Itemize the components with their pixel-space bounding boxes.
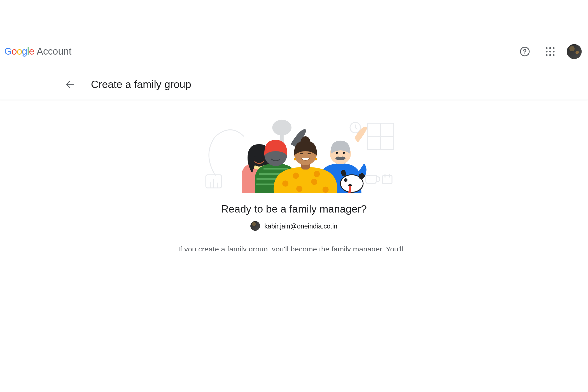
sub-header: Create a family group — [0, 69, 588, 100]
svg-rect-8 — [382, 176, 392, 183]
svg-rect-14 — [254, 157, 256, 158]
user-avatar-small — [250, 221, 260, 231]
back-button[interactable] — [61, 76, 78, 93]
svg-point-27 — [282, 181, 288, 187]
user-email: kabir.jain@oneindia.co.in — [264, 222, 337, 230]
account-avatar[interactable] — [567, 44, 582, 59]
apps-icon[interactable] — [542, 43, 559, 60]
svg-point-29 — [311, 179, 317, 185]
svg-point-31 — [293, 172, 299, 179]
content-headline: Ready to be a family manager? — [178, 203, 410, 215]
content-body-text: If you create a family group, you'll bec… — [178, 244, 410, 251]
svg-rect-15 — [262, 157, 264, 158]
svg-point-32 — [314, 171, 320, 177]
svg-point-28 — [296, 186, 302, 192]
svg-point-37 — [314, 158, 317, 160]
svg-rect-38 — [300, 153, 303, 154]
family-illustration — [178, 110, 410, 193]
svg-point-1 — [524, 53, 525, 54]
svg-point-22 — [336, 152, 337, 154]
page-title: Create a family group — [91, 78, 191, 90]
svg-point-25 — [344, 178, 347, 182]
svg-point-30 — [322, 186, 328, 193]
svg-rect-39 — [307, 153, 311, 154]
main-content: Ready to be a family manager? kabir.jain… — [0, 100, 588, 251]
svg-point-23 — [343, 152, 344, 154]
brand: Google Account — [4, 46, 72, 57]
google-logo: Google — [4, 46, 34, 57]
help-icon[interactable] — [516, 43, 533, 60]
top-bar-right — [516, 43, 582, 60]
svg-point-36 — [293, 158, 296, 160]
user-identity-row: kabir.jain@oneindia.co.in — [178, 221, 410, 231]
top-bar: Google Account — [0, 34, 588, 69]
account-label: Account — [37, 46, 71, 57]
